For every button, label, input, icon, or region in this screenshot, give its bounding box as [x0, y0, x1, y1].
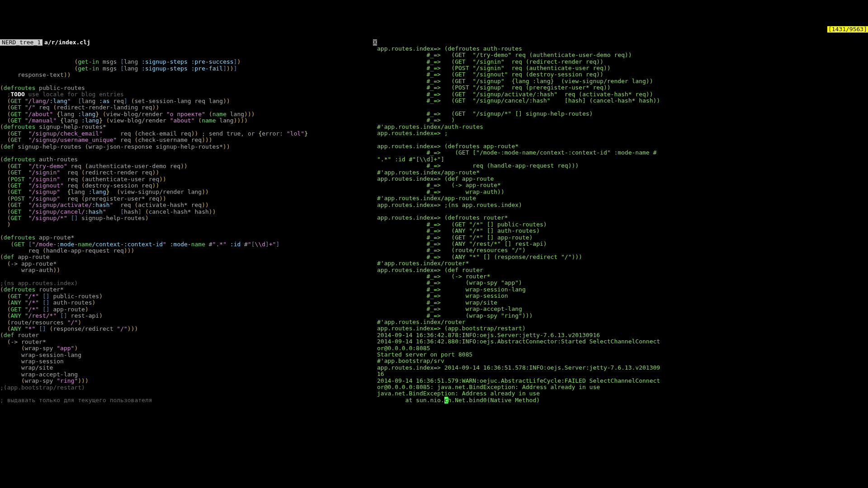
code-editor[interactable]: (get-in msgs [lang :signup-steps :pre-su…: [0, 59, 377, 404]
editor-pane[interactable]: NERD_tree_1 a/r/index.clj X (get-in msgs…: [0, 26, 377, 488]
repl-pane[interactable]: [1431/9563] app.routes.index=> (defroute…: [377, 26, 868, 488]
close-icon[interactable]: X: [373, 39, 377, 46]
repl-output[interactable]: app.routes.index=> (defroutes auth-route…: [377, 46, 868, 404]
tab-active-file[interactable]: a/r/index.clj: [42, 39, 92, 46]
scrollback-counter: [1431/9563]: [827, 26, 868, 33]
tab-bar: NERD_tree_1 a/r/index.clj X: [0, 39, 377, 46]
tab-nerdtree[interactable]: NERD_tree_1: [0, 39, 42, 46]
